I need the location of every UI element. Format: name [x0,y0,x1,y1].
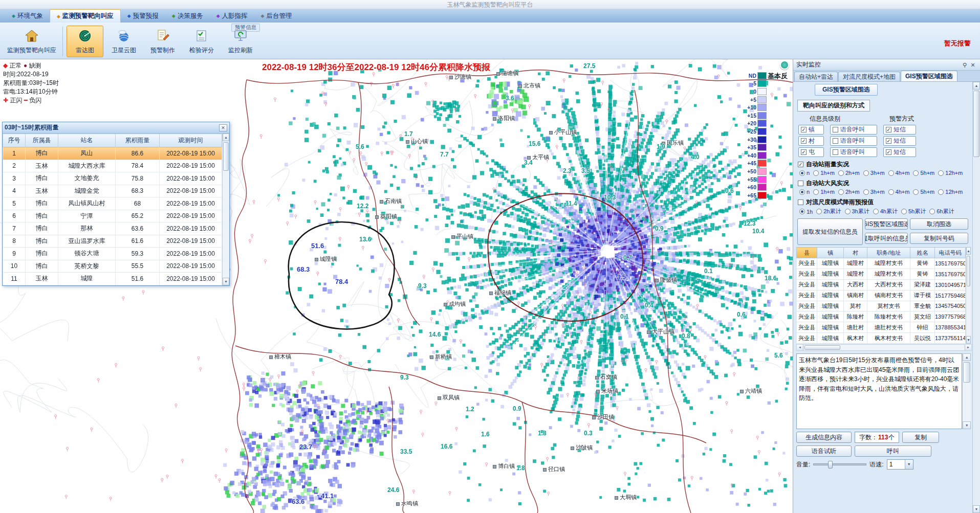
panel-tab-GIS预警区域围选[interactable]: GIS预警区域围选 [901,71,957,81]
voice-call-checkbox[interactable] [833,138,838,144]
option-n[interactable]: n [799,189,810,195]
menu-item-环境气象[interactable]: ◆环境气象 [5,9,50,23]
rain-table-header-cell[interactable]: 站名 [58,134,116,147]
menu-item-后台管理[interactable]: ◆后台管理 [254,9,299,23]
ribbon-button-雷达图[interactable]: 雷达图 [67,26,103,57]
scrollbar-thumb[interactable] [963,362,970,383]
option-1h[interactable]: 1h [799,209,813,215]
scrollbar-thumb[interactable] [804,345,840,350]
level-chip[interactable]: 镇 [798,125,824,135]
contact-header-cell[interactable]: 村 [844,248,867,258]
option-1h+m[interactable]: 1h+m [813,189,835,195]
option-5h+m[interactable]: 5h+m [913,170,934,176]
radio-button[interactable] [873,209,879,214]
radio-button[interactable] [816,209,822,214]
rain-table-header-cell[interactable]: 累积雨量 [116,134,160,147]
chevron-down-icon[interactable]: ▼ [905,460,913,469]
radio-button[interactable] [813,170,819,176]
option-2h+m[interactable]: 2h+m [838,170,860,176]
contact-header-cell[interactable]: 姓名 [910,248,935,258]
gis-subtab-button[interactable]: GIS预警区域围选 [815,84,878,96]
cancel-select-button[interactable]: 取消围选 [910,218,968,230]
scroll-left-button[interactable]: ◄ [797,345,803,350]
option-3h累计[interactable]: 3h累计 [845,208,869,215]
option-3h+m[interactable]: 3h+m [863,189,885,195]
radio-button[interactable] [888,170,894,176]
scroll-down-button[interactable]: ▼ [966,336,971,344]
contact-table-scrollbar[interactable]: ▲ ▼ [966,247,971,344]
extract-sms-button[interactable]: 提取发短信的信息员 [797,218,863,245]
speed-select[interactable]: 1 ▼ [887,459,913,470]
option-2h累计[interactable]: 2h累计 [816,208,841,215]
map-area[interactable]: 沙塘镇蒲塘镇北市镇洛阳镇小平山镇山心镇民乐镇太平镇石南镇葵阳镇平山镇城隍镇福绵镇… [0,59,793,513]
menu-item-人影指挥[interactable]: ◆人影指挥 [210,9,254,23]
voice-preview-button[interactable]: 语音试听 [796,445,852,457]
option-4h+m[interactable]: 4h+m [888,189,910,195]
level-checkbox[interactable] [801,127,807,132]
sms-checkbox[interactable] [886,138,891,144]
ribbon-button-监控刷新[interactable]: 监控刷新 [222,26,259,57]
panel-close-button[interactable]: ✕ [969,61,977,69]
rain-table-row[interactable]: 10博白英桥文黎55.52022-08-19 15:00 [3,260,222,273]
rain-table-row[interactable]: 5博白凤山镇凤山村682022-08-19 15:00 [3,197,222,210]
rain-table-row[interactable]: 1博白凤山86.62022-08-19 15:00 [3,147,222,160]
radio-button[interactable] [888,189,894,195]
contact-header-cell[interactable]: 镇 [817,248,844,258]
radio-button[interactable] [913,189,919,195]
scrollbar-thumb[interactable] [973,91,979,157]
forecast-checkbox[interactable] [798,199,803,205]
rain-table-row[interactable]: 2玉林城隍大西水库78.42022-08-19 15:00 [3,160,222,172]
contact-row[interactable]: 兴业县城隍镇枫木村枫木村支书吴以悦1373755114 [797,333,966,344]
menu-item-决策服务[interactable]: ◆决策服务 [165,9,210,23]
option-12h+m[interactable]: 12h+m [938,170,963,176]
rain-table-header-cell[interactable]: 所属县 [26,134,58,147]
voice-call-chip[interactable]: 语音呼叫 [830,125,877,135]
option-n[interactable]: n [799,170,810,176]
scroll-down-button[interactable]: ▼ [963,421,971,429]
option-6h累计[interactable]: 6h累计 [929,208,954,215]
panel-tab-对流尺度模式+地图[interactable]: 对流尺度模式+地图 [838,72,900,81]
message-scrollbar[interactable]: ▲ ▼ [962,353,971,429]
rain-window-close-button[interactable]: ✕ [219,124,227,131]
scrollbar-thumb[interactable] [967,256,970,286]
panel-tab-自动站+雷达[interactable]: 自动站+雷达 [794,72,838,81]
contact-table-hscrollbar[interactable]: ◄ ► [796,344,972,351]
ribbon-button-检验评分[interactable]: 检验评分 [183,26,220,57]
radio-button[interactable] [938,189,944,195]
ribbon-button-监测预警靶向叫应[interactable]: 监测预警靶向叫应 [3,26,60,57]
contact-row[interactable]: 兴业县城隍镇镇南村镇南村支书谭于模1517759468 [797,290,966,301]
radio-button[interactable] [799,189,805,195]
rain-table-row[interactable]: 11玉林城隍51.62022-08-19 15:00 [3,273,222,285]
scrollbar-thumb[interactable] [223,142,229,171]
copy-number-button[interactable]: 复制叫号码 [910,233,968,244]
panel-scrollbar[interactable]: ▲ ▼ [972,82,980,513]
rain-table-row[interactable]: 4玉林城隍金党68.32022-08-19 15:00 [3,185,222,197]
voice-call-checkbox[interactable] [833,149,838,155]
rain-table-header-cell[interactable]: 观测时间 [160,134,222,147]
option-5h累计[interactable]: 5h累计 [901,208,926,215]
message-box[interactable]: 玉林市气象台19日5时15分发布暴雨橙色预警信号，4时以来兴业县城隍大西水库已出… [796,353,962,429]
option-4h累计[interactable]: 4h累计 [873,208,898,215]
scroll-right-button[interactable]: ► [965,345,971,350]
rain-table-header-cell[interactable]: 序号 [3,134,26,147]
rain-table-row[interactable]: 3博白文地姜充75.82022-08-19 15:00 [3,172,222,185]
scroll-down-button[interactable]: ▼ [223,278,229,285]
contact-row[interactable]: 兴业县城隍镇城隍村城隍村支书黄铸1351769750 [797,258,966,269]
radio-button[interactable] [863,189,869,195]
level-checkbox[interactable] [801,138,807,144]
level-checkbox[interactable] [801,149,807,155]
option-3h+m[interactable]: 3h+m [863,170,885,176]
sms-chip[interactable]: 短信 [883,136,916,146]
option-4h+m[interactable]: 4h+m [888,170,910,176]
sms-chip[interactable]: 短信 [883,147,916,157]
radio-button[interactable] [863,170,869,176]
rain-table-scrollbar[interactable]: ▲ ▼ [222,133,229,285]
call-button[interactable]: 呼叫 [855,445,931,457]
rain-table-row[interactable]: 6博白宁潭65.22022-08-19 15:00 [3,210,222,222]
contact-header-cell[interactable]: 职务/地址 [867,248,910,258]
scroll-up-button[interactable]: ▲ [223,133,229,141]
contact-header-cell[interactable]: 县 [797,248,817,258]
contact-row[interactable]: 兴业县城隍镇莫村莫村支书覃全貌1345754050 [797,301,966,311]
sms-checkbox[interactable] [886,149,891,155]
ribbon-button-预警制作[interactable]: 预警制作 [144,26,181,57]
